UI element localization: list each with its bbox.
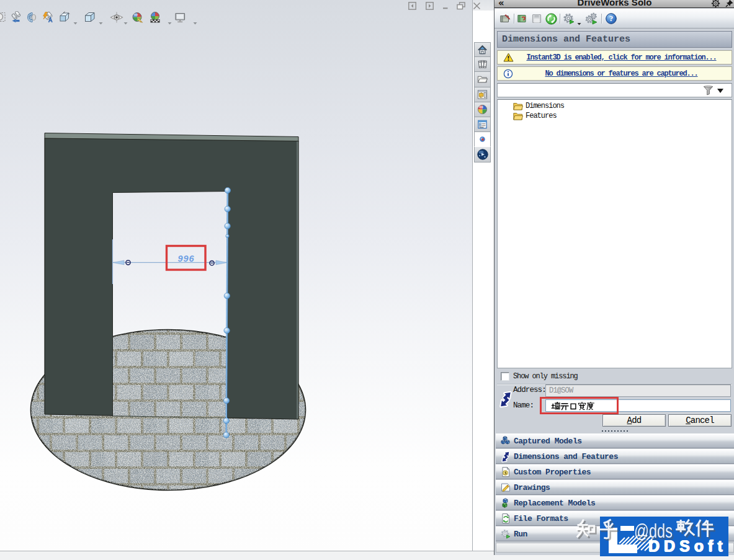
edit-project-icon: [516, 12, 529, 25]
taskpane-tab-home[interactable]: [474, 42, 491, 57]
save-project-button[interactable]: [530, 12, 544, 25]
restore-icon[interactable]: [457, 1, 465, 9]
svg-text:?: ?: [609, 14, 613, 23]
help-button[interactable]: ?: [604, 12, 618, 25]
edit-appearance-icon[interactable]: [132, 11, 144, 24]
icon-graphic: [473, 2, 481, 10]
drawings-icon: [500, 482, 511, 493]
next-document-icon[interactable]: [426, 1, 434, 9]
filter-box[interactable]: [497, 83, 732, 97]
cancel-button[interactable]: Cancel: [668, 414, 732, 427]
icon-graphic: [11, 11, 23, 24]
name-label: Name:: [513, 401, 534, 410]
properties-form-icon: [477, 118, 488, 130]
hide-show-items-dropdown[interactable]: [123, 16, 128, 19]
apply-scene-dropdown[interactable]: [168, 16, 172, 19]
filter-dropdown-arrow[interactable]: [717, 89, 723, 93]
add-button[interactable]: Add: [602, 414, 666, 427]
view-settings-dropdown[interactable]: [193, 16, 197, 19]
instant3d-link[interactable]: Instant3D is enabled, click for more inf…: [498, 53, 732, 62]
section-label: Drawings: [514, 483, 550, 492]
button-label: Cancel: [669, 415, 731, 426]
icon-graphic: [73, 22, 78, 25]
icon-graphic: [193, 22, 197, 25]
taskpane-tab-resources[interactable]: [474, 147, 491, 162]
previous-document-icon[interactable]: [408, 1, 416, 9]
section-label: Run: [514, 530, 527, 539]
taskpane-tab-design-library[interactable]: [474, 57, 491, 72]
hide-show-items-icon[interactable]: [110, 11, 122, 24]
panel-toolbar: ?: [495, 9, 734, 29]
icon-graphic: [123, 22, 128, 25]
taskpane-tab-file-explorer[interactable]: [474, 72, 491, 87]
section-replacement-models[interactable]: Replacement Models: [496, 496, 734, 510]
replacement-models-icon: [500, 497, 511, 509]
run-icon: [500, 528, 511, 540]
viewport-3d[interactable]: 996: [0, 0, 473, 551]
tree-item-dimensions[interactable]: Dimensions: [498, 101, 732, 111]
section-label: Dimensions and Features: [514, 452, 618, 461]
display-style-dropdown[interactable]: [99, 16, 103, 19]
section-label: File Formats: [514, 514, 568, 523]
icon-graphic: [174, 11, 186, 24]
close-icon[interactable]: [473, 1, 481, 9]
show-only-missing-checkbox[interactable]: [501, 372, 509, 381]
open-project-button[interactable]: [498, 12, 512, 25]
capture-tree[interactable]: Dimensions Features: [497, 99, 732, 368]
ddsoft-logo: DDSoft: [600, 517, 728, 556]
edit-project-button[interactable]: [516, 12, 529, 25]
show-only-missing-label: Show only missing: [513, 372, 578, 381]
taskpane-tab-view-palette[interactable]: [474, 87, 491, 102]
view-settings-icon[interactable]: [174, 11, 186, 24]
taskpane-tab-custom-properties[interactable]: [474, 117, 491, 132]
view-palette-icon: [477, 89, 488, 100]
splitter-dot: [620, 430, 622, 432]
resources-globe-icon: [477, 148, 489, 161]
taskpane-tab-appearances[interactable]: [474, 102, 491, 117]
driveworks-panel: « DriveWorks Solo: [494, 0, 734, 555]
dynamic-annotation-views-icon[interactable]: [42, 11, 54, 24]
icon-graphic: [577, 22, 581, 25]
section-custom-properties[interactable]: Custom Properties: [496, 464, 734, 479]
model-scene: 996: [0, 0, 473, 551]
icon-graphic: [149, 11, 161, 24]
pin-icon[interactable]: [725, 0, 734, 7]
splitter-dot: [624, 430, 625, 432]
notice-no-captures: No dimensions or features are captured..…: [497, 66, 732, 81]
view-orientation-dropdown[interactable]: [73, 16, 78, 19]
section-captured-models[interactable]: Captured Models: [496, 433, 734, 448]
panel-section-header: Dimensions and Features: [497, 31, 732, 48]
address-field[interactable]: D1@SOW: [545, 384, 731, 397]
dimension-capture-icon: [498, 391, 514, 408]
annotation-box-name: [540, 397, 619, 414]
filter-funnel-icon: [703, 86, 714, 96]
icon-graphic: [0, 11, 7, 24]
dimensions-features-icon: [500, 451, 511, 463]
generate-button[interactable]: [585, 12, 599, 25]
button-label: Add: [603, 415, 665, 426]
apply-scene-icon[interactable]: [149, 11, 161, 24]
window-controls: [403, 1, 484, 10]
minimize-icon[interactable]: [442, 1, 450, 9]
task-pane-strip: [473, 0, 494, 551]
settings-button[interactable]: [562, 12, 576, 25]
section-drawings[interactable]: Drawings: [496, 480, 734, 495]
no-captures-link[interactable]: No dimensions or features are captured..…: [498, 69, 732, 78]
section-dimensions-features[interactable]: Dimensions and Features: [496, 449, 734, 464]
address-label: Address:: [513, 386, 546, 394]
display-style-icon[interactable]: [83, 11, 96, 24]
zoom-to-area-icon[interactable]: [0, 11, 7, 24]
tree-item-features[interactable]: Features: [498, 111, 732, 121]
capture-button[interactable]: [544, 12, 558, 25]
splitter-handle[interactable]: [495, 429, 734, 433]
settings-dropdown[interactable]: [577, 17, 581, 20]
section-view-icon[interactable]: [26, 11, 38, 24]
window-bottom-strip: [0, 551, 494, 560]
taskpane-tab-forum[interactable]: [474, 132, 491, 147]
panel-settings-gear-icon[interactable]: [711, 0, 720, 8]
solidworks-window: 996: [0, 0, 734, 560]
toolbar-separator: [514, 14, 514, 24]
previous-view-icon[interactable]: [11, 11, 23, 24]
view-orientation-icon[interactable]: [58, 11, 70, 24]
info-icon: [503, 69, 513, 79]
